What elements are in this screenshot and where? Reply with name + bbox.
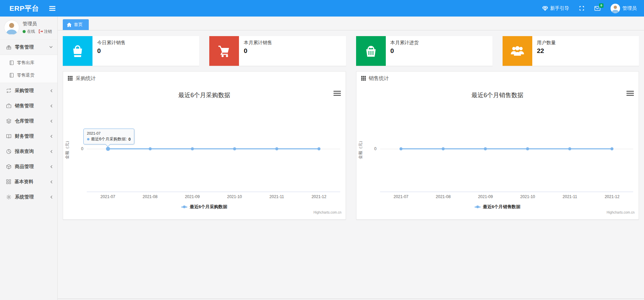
chart-panels-row: 采购统计 最近6个月采购数据 0 金额（元） 2021-07 最近6个月采购数据… [58, 66, 644, 220]
data-point[interactable] [400, 147, 403, 151]
x-axis-label: 2021-11 [269, 194, 284, 199]
chevron-left-icon [50, 104, 53, 108]
user-panel: 管理员 在线 注销 [0, 17, 57, 39]
stat-card-today-sales[interactable]: 今日累计销售 0 [63, 36, 199, 66]
x-axis-labels: 2021-072021-082021-092021-102021-112021-… [87, 194, 340, 200]
stat-cards-row: 今日累计销售 0 本月累计销售 0 本月累计进货 0 [58, 30, 644, 66]
sign-out-icon [38, 29, 43, 33]
sidebar-submenu-retail: 零售出库 零售退货 [0, 55, 57, 83]
stat-card-user-count[interactable]: 用户数量 22 [503, 36, 639, 66]
sidebar-item-basic-data[interactable]: 基本资料 [0, 174, 57, 189]
sidebar-item-finance[interactable]: 财务管理 [0, 129, 57, 144]
user-menu[interactable]: 管理员 [611, 4, 637, 13]
messages-button[interactable]: 0 [594, 6, 600, 11]
sidebar-item-label: 零售退货 [17, 72, 34, 78]
x-axis-label: 2021-09 [185, 194, 200, 199]
tooltip-header: 2021-07 [87, 131, 131, 135]
x-axis-label: 2021-08 [143, 194, 158, 199]
logout-button[interactable]: 注销 [38, 29, 52, 34]
tab-home[interactable]: 首页 [63, 19, 89, 30]
legend-item[interactable]: 最近6个月销售数据 [356, 204, 639, 210]
stat-card-month-sales[interactable]: 本月累计销售 0 [209, 36, 346, 66]
fullscreen-button[interactable] [579, 6, 584, 11]
beginner-guide-button[interactable]: 新手引导 [542, 5, 569, 11]
data-point[interactable] [442, 147, 445, 151]
sidebar-item-warehouse[interactable]: 仓库管理 [0, 113, 57, 129]
x-axis-line [87, 192, 340, 192]
top-navbar: ERP平台 新手引导 0 管理员 [0, 0, 644, 17]
data-point[interactable] [233, 147, 236, 151]
sidebar-item-purchase[interactable]: 采购管理 [0, 83, 57, 98]
y-axis-tick: 0 [374, 146, 377, 151]
sidebar-item-label: 零售管理 [15, 44, 46, 50]
y-axis-title: 金额（元） [357, 139, 363, 159]
legend-item[interactable]: 最近6个月采购数据 [63, 204, 346, 210]
repeat-icon [6, 88, 11, 93]
data-point[interactable] [191, 147, 194, 151]
main-content: 首页 今日累计销售 0 本月累计销售 0 [58, 17, 644, 300]
x-axis-label: 2021-08 [436, 194, 451, 199]
x-axis-label: 2021-12 [605, 194, 619, 199]
chart-export-menu-button[interactable] [626, 90, 634, 97]
tab-home-label: 首页 [74, 22, 83, 28]
sidebar-item-reports[interactable]: 报表查询 [0, 144, 57, 159]
sidebar-item-sales[interactable]: 销售管理 [0, 98, 57, 113]
sidebar-item-retail[interactable]: 零售管理 [0, 39, 57, 55]
chart-title: 最近6个月采购数据 [63, 91, 346, 99]
plot-area: 0 金额（元） [380, 126, 634, 192]
chevron-left-icon [50, 165, 53, 168]
sales-stats-panel: 销售统计 最近6个月销售数据 0 金额（元） 2021-072021-08202… [356, 71, 639, 220]
online-status-label: 在线 [27, 29, 35, 34]
panel-title: 销售统计 [369, 75, 389, 82]
data-point[interactable] [568, 147, 571, 151]
book-icon [6, 134, 11, 139]
file-icon [9, 60, 14, 65]
chevron-down-icon [49, 46, 53, 48]
chevron-left-icon [50, 150, 53, 153]
chart-title: 最近6个月销售数据 [356, 91, 639, 99]
users-icon [503, 36, 532, 66]
gift-icon [6, 45, 11, 50]
y-axis-title: 金额（元） [64, 139, 70, 159]
footer-divider [58, 299, 644, 300]
sidebar-item-goods[interactable]: 商品管理 [0, 159, 57, 174]
x-axis-label: 2021-10 [520, 194, 535, 199]
highcharts-credit-link[interactable]: Highcharts.com.cn [314, 211, 342, 214]
th-grid-icon [361, 76, 366, 81]
stat-card-label: 今日累计销售 [97, 40, 126, 46]
tooltip-series-dot [87, 138, 89, 140]
x-axis-label: 2021-07 [394, 194, 408, 199]
avatar [4, 20, 19, 35]
x-axis-label: 2021-10 [227, 194, 242, 199]
data-point[interactable] [275, 147, 278, 151]
chevron-left-icon [50, 195, 53, 199]
x-axis-line [380, 192, 634, 192]
sidebar-menu: 零售管理 零售出库 零售退货 采购管理 销售管理 仓库管理 [0, 39, 57, 204]
data-point[interactable] [611, 147, 614, 151]
home-icon [67, 23, 72, 27]
sidebar-item-retail-return[interactable]: 零售退货 [0, 69, 57, 81]
stat-card-value: 0 [391, 47, 419, 55]
sidebar-item-label: 仓库管理 [15, 118, 47, 124]
legend-marker-icon [475, 206, 481, 209]
stat-card-month-purchase[interactable]: 本月累计进货 0 [356, 36, 492, 66]
sidebar-item-label: 基本资料 [15, 179, 47, 185]
chevron-left-icon [50, 180, 53, 184]
purchase-chart: 最近6个月采购数据 0 金额（元） 2021-07 最近6个月采购数据: 0 [63, 85, 346, 219]
data-point[interactable] [484, 147, 487, 151]
sidebar-item-label: 系统管理 [15, 194, 47, 200]
highcharts-credit-link[interactable]: Highcharts.com.cn [607, 211, 635, 214]
user-name: 管理员 [23, 21, 52, 27]
data-point[interactable] [317, 147, 320, 151]
chart-tooltip: 2021-07 最近6个月采购数据: 0 [83, 129, 135, 144]
sidebar-item-retail-outbound[interactable]: 零售出库 [0, 56, 57, 69]
sidebar-item-system[interactable]: 系统管理 [0, 189, 57, 204]
plot-area: 0 金额（元） 2021-07 最近6个月采购数据: 0 [87, 126, 340, 192]
sidebar-toggle-button[interactable] [49, 6, 55, 11]
sidebar-item-label: 采购管理 [15, 88, 47, 94]
data-point[interactable] [149, 147, 152, 151]
data-point[interactable] [526, 147, 529, 151]
shopping-basket-icon [356, 36, 386, 66]
data-point[interactable] [106, 147, 110, 151]
chart-export-menu-button[interactable] [333, 90, 341, 97]
